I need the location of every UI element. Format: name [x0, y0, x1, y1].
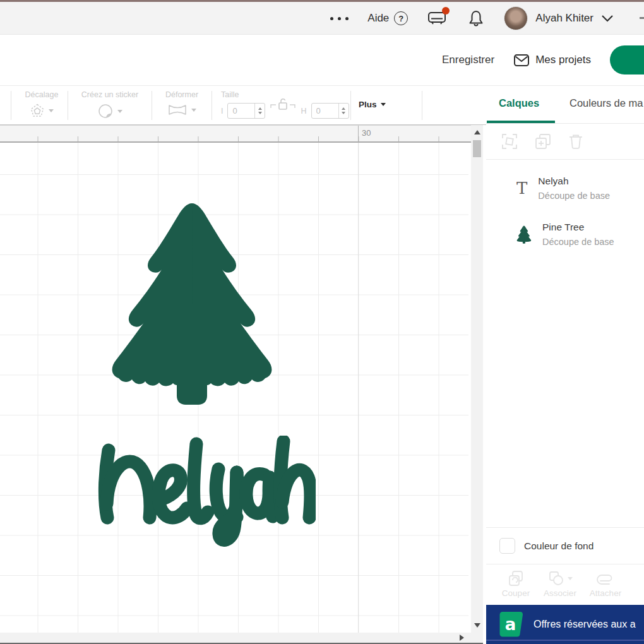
layers-panel: Calques Couleurs de ma — [486, 85, 644, 644]
my-projects-label: Mes projets — [535, 54, 591, 66]
cricut-access-logo-icon: a — [497, 611, 524, 638]
nelyah-text-shape[interactable] — [95, 436, 316, 549]
size-controls: Taille I H — [221, 90, 349, 119]
more-options-icon[interactable] — [330, 17, 349, 20]
machine-status-button[interactable] — [427, 9, 448, 28]
trash-icon[interactable] — [568, 133, 583, 150]
user-menu[interactable]: Alyah Khiter — [504, 6, 614, 30]
spin-down-icon — [258, 112, 262, 114]
layer-row-nelyah[interactable]: T Nelyah Découpe de base — [486, 167, 644, 209]
height-input[interactable] — [312, 104, 338, 118]
help-icon: ? — [394, 11, 408, 25]
clipped-edge-icon — [640, 17, 644, 19]
deform-icon — [167, 103, 188, 117]
active-tab-underline — [487, 121, 555, 123]
more-tools-label: Plus — [359, 100, 377, 109]
user-name: Alyah Khiter — [535, 12, 593, 25]
layer-type: Découpe de base — [542, 237, 614, 247]
spin-up-icon — [258, 107, 262, 110]
group-button[interactable]: Associer — [539, 568, 581, 598]
help-label: Aide — [367, 12, 389, 25]
projects-icon — [513, 52, 530, 68]
banner-bottom-line — [486, 640, 644, 641]
slice-button[interactable]: Couper — [495, 568, 537, 598]
vertical-scroll-thumb[interactable] — [473, 140, 481, 157]
slice-label: Couper — [502, 588, 530, 598]
dot — [345, 17, 349, 20]
cricut-design-space-window: Aide ? Alyah Khiter — [0, 0, 644, 644]
my-projects-button[interactable]: Mes projets — [513, 52, 591, 68]
scroll-up-button[interactable] — [471, 126, 483, 138]
deform-label: Déformer — [158, 90, 206, 99]
attach-button[interactable]: Attacher — [585, 568, 626, 598]
flatten-button-clipped[interactable]: A — [630, 568, 644, 598]
chevron-down-icon — [601, 15, 614, 22]
background-color-label: Couleur de fond — [524, 540, 593, 552]
horizontal-scrollbar[interactable] — [0, 633, 483, 643]
deform-button[interactable]: Déformer — [158, 90, 206, 117]
create-sticker-button[interactable]: Créez un sticker — [75, 90, 145, 119]
height-spinner[interactable] — [338, 104, 349, 118]
vertical-scrollbar[interactable] — [471, 125, 483, 633]
width-stepper — [227, 103, 265, 119]
layer-tools-row — [486, 124, 644, 160]
sticker-icon — [97, 103, 114, 119]
width-input[interactable] — [228, 104, 254, 118]
group-icon — [547, 569, 565, 587]
notification-dot — [442, 7, 450, 15]
arrow-down-icon — [474, 623, 480, 628]
edit-toolbar: Décalage Créez un sticker Dé — [0, 85, 486, 125]
tab-calques[interactable]: Calques — [499, 97, 539, 109]
layer-name: Nelyah — [538, 176, 610, 187]
background-color-row: Couleur de fond — [486, 527, 644, 564]
text-layer-icon: T — [516, 180, 527, 196]
pine-tree-shape[interactable] — [107, 199, 278, 407]
offset-label: Décalage — [18, 90, 66, 99]
help-menu[interactable]: Aide ? — [367, 11, 408, 25]
ruler-ticks — [0, 136, 468, 141]
panel-tabs: Calques Couleurs de ma — [486, 86, 644, 124]
select-all-icon[interactable] — [501, 133, 518, 150]
duplicate-icon[interactable] — [535, 133, 551, 150]
ruler-major-tick — [358, 126, 359, 142]
spin-up-icon — [342, 107, 345, 110]
attach-icon — [596, 571, 615, 585]
offset-button[interactable]: Décalage — [18, 90, 66, 118]
layer-actions-bar: Couper Associer — [486, 564, 644, 605]
width-field-label: I — [221, 107, 223, 116]
toolbar-divider — [422, 91, 422, 120]
make-it-button[interactable] — [610, 45, 644, 75]
tab-couleurs-materiaux[interactable]: Couleurs de ma — [569, 97, 643, 109]
toolbar-divider — [350, 91, 351, 120]
toolbar-divider — [11, 91, 11, 120]
banner-text: Offres réservées aux a — [534, 619, 636, 630]
scroll-down-button[interactable] — [471, 619, 483, 631]
design-canvas[interactable]: 30 — [0, 125, 471, 633]
dot — [330, 17, 333, 20]
arrow-right-icon — [460, 635, 464, 641]
more-tools-dropdown[interactable]: Plus — [359, 100, 386, 109]
toolbar-divider — [68, 91, 68, 120]
more-tools-caret-icon — [381, 103, 386, 106]
toolbar-divider — [212, 91, 212, 120]
group-label: Associer — [544, 588, 576, 598]
width-spinner[interactable] — [254, 104, 265, 118]
spin-down-icon — [342, 112, 345, 114]
scroll-right-button[interactable] — [456, 633, 468, 643]
attach-label: Attacher — [590, 588, 621, 598]
logo-letter: a — [497, 611, 524, 638]
group-caret-icon — [568, 577, 573, 580]
lock-open-icon[interactable] — [270, 97, 296, 112]
bell-icon[interactable] — [467, 9, 485, 28]
layer-row-pine-tree[interactable]: Pine Tree Découpe de base — [486, 213, 644, 255]
offset-caret-icon — [49, 109, 54, 112]
deform-caret-icon — [191, 109, 196, 112]
canvas-grid-major-line — [358, 143, 359, 633]
offset-icon — [30, 103, 45, 118]
avatar — [504, 6, 528, 30]
access-offer-banner[interactable]: a Offres réservées aux a — [486, 605, 644, 644]
save-button[interactable]: Enregistrer — [442, 54, 494, 66]
toolbar-divider — [152, 91, 152, 120]
background-color-checkbox[interactable] — [499, 538, 515, 554]
horizontal-ruler: 30 — [0, 125, 471, 143]
